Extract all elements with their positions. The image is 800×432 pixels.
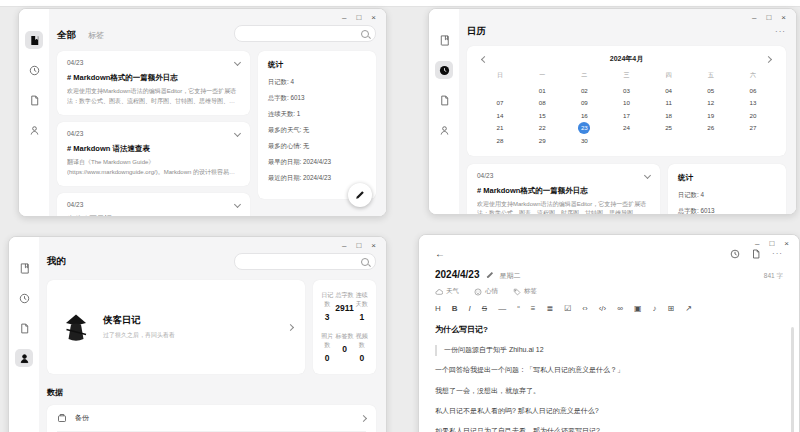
code-block-icon[interactable]: ‹/› [599, 305, 607, 313]
maximize-button[interactable]: □ [769, 240, 774, 248]
menu-item-backup[interactable]: 备份 [57, 405, 366, 432]
calendar-day[interactable]: 07 [479, 97, 521, 110]
diary-entry-card[interactable]: 04/23 # Markdown 语法速查表 翻译自《The Markdown … [57, 122, 250, 186]
sidebar-item-profile[interactable] [435, 121, 453, 139]
inline-code-icon[interactable]: ‹› [582, 305, 587, 313]
sidebar-item-notes[interactable] [15, 319, 33, 337]
close-button[interactable]: × [371, 242, 376, 250]
tab-tags[interactable]: 标签 [88, 30, 104, 41]
maximize-button[interactable]: □ [356, 14, 361, 22]
table-icon[interactable]: ⊞ [668, 305, 675, 313]
history-icon[interactable] [730, 249, 740, 259]
calendar-day[interactable]: 04 [648, 84, 690, 97]
calendar-day[interactable]: 03 [605, 84, 647, 97]
strikethrough-icon[interactable]: S [482, 305, 487, 313]
preview-icon[interactable] [751, 249, 761, 259]
search-input[interactable] [234, 253, 376, 270]
calendar-day[interactable]: 16 [563, 109, 605, 122]
diary-entry-card[interactable]: 04/23 为什么写日记? 一份问题源自于知乎 Zhihu.ai 32 一个回答… [57, 193, 250, 217]
sidebar-item-notes[interactable] [435, 91, 453, 109]
calendar-day[interactable]: 02 [563, 84, 605, 97]
minimize-button[interactable]: – [752, 14, 756, 22]
horizontal-rule-icon[interactable]: — [498, 305, 506, 313]
italic-icon[interactable]: I [469, 305, 471, 313]
calendar-day[interactable]: 27 [732, 122, 774, 135]
calendar-day[interactable] [648, 134, 690, 147]
calendar-day[interactable]: 29 [521, 134, 563, 147]
sidebar-item-diary[interactable] [25, 31, 43, 49]
calendar-day[interactable]: 18 [648, 109, 690, 122]
sidebar-item-calendar[interactable] [15, 289, 33, 307]
link-icon[interactable]: ∞ [617, 305, 623, 313]
minimize-button[interactable]: – [755, 240, 759, 248]
sidebar-item-notes[interactable] [25, 91, 43, 109]
close-button[interactable]: × [781, 14, 786, 22]
close-button[interactable]: × [371, 14, 376, 22]
calendar-day[interactable]: 13 [732, 97, 774, 110]
next-month-button[interactable] [763, 55, 774, 64]
editor-content[interactable]: 为什么写日记? 一份问题源自于知乎 Zhihu.ai 12 一个回答给我提出一个… [435, 324, 783, 432]
ordered-list-icon[interactable]: ≣ [546, 305, 553, 313]
checklist-icon[interactable]: ☑ [564, 305, 571, 313]
bold-icon[interactable]: B [452, 305, 458, 313]
calendar-day[interactable]: 11 [648, 97, 690, 110]
calendar-day[interactable]: 05 [690, 84, 732, 97]
bullet-list-icon[interactable]: ≡ [531, 305, 536, 313]
chevron-right-icon[interactable] [287, 323, 294, 330]
close-button[interactable]: × [784, 240, 789, 248]
diary-entry-card[interactable]: 04/23 # Markdown格式的一篇额外日志 欢迎使用支持Markdown… [467, 164, 660, 216]
calendar-day[interactable]: 19 [690, 109, 732, 122]
quote-icon[interactable]: “ [517, 305, 520, 313]
calendar-day[interactable]: 24 [605, 122, 647, 135]
chevron-down-icon[interactable] [644, 171, 651, 178]
chevron-down-icon[interactable] [234, 201, 241, 208]
scrollbar[interactable] [791, 327, 794, 432]
sidebar-item-profile[interactable] [15, 349, 33, 367]
image-icon[interactable]: ▣ [634, 305, 642, 313]
back-button[interactable]: ← [435, 248, 445, 259]
sidebar-item-calendar[interactable] [25, 61, 43, 79]
calendar-day[interactable]: 17 [605, 109, 647, 122]
edit-date-icon[interactable] [486, 271, 494, 279]
calendar-day[interactable]: 15 [521, 109, 563, 122]
sidebar-item-diary[interactable] [15, 259, 33, 277]
compose-button[interactable] [348, 183, 372, 207]
calendar-day[interactable]: 22 [521, 122, 563, 135]
tab-all[interactable]: 全部 [57, 29, 76, 42]
mood-chip[interactable]: 心情 [474, 287, 498, 296]
minimize-button[interactable]: – [342, 14, 346, 22]
calendar-day[interactable]: 14 [479, 109, 521, 122]
calendar-day[interactable] [479, 84, 521, 97]
chevron-down-icon[interactable] [234, 59, 241, 66]
calendar-day[interactable]: 10 [605, 97, 647, 110]
search-input[interactable] [234, 25, 376, 42]
sidebar-item-profile[interactable] [25, 121, 43, 139]
calendar-day[interactable] [605, 134, 647, 147]
prev-month-button[interactable] [479, 55, 490, 64]
profile-card[interactable]: 侠客日记 过了很久之后，再回头看看 [47, 280, 305, 374]
calendar-day[interactable] [690, 134, 732, 147]
maximize-button[interactable]: □ [766, 14, 771, 22]
maximize-button[interactable]: □ [356, 242, 361, 250]
heading-icon[interactable]: H [435, 305, 441, 313]
sidebar-item-diary[interactable] [435, 31, 453, 49]
audio-icon[interactable]: ♪ [653, 305, 657, 313]
more-button[interactable]: ··· [775, 27, 786, 36]
chevron-down-icon[interactable] [234, 130, 241, 137]
fullscreen-icon[interactable]: ↗ [685, 305, 692, 313]
calendar-day[interactable] [732, 134, 774, 147]
calendar-day[interactable]: 21 [479, 122, 521, 135]
diary-entry-card[interactable]: 04/23 # Markdown格式的一篇额外日志 欢迎使用支持Markdown… [57, 51, 250, 115]
calendar-day[interactable]: 20 [732, 109, 774, 122]
calendar-day[interactable]: 23 [563, 122, 605, 135]
calendar-day[interactable]: 09 [563, 97, 605, 110]
calendar-day[interactable]: 08 [521, 97, 563, 110]
weather-chip[interactable]: 天气 [435, 287, 459, 296]
calendar-day[interactable]: 26 [690, 122, 732, 135]
calendar-day[interactable]: 06 [732, 84, 774, 97]
calendar-day[interactable]: 01 [521, 84, 563, 97]
sidebar-item-calendar[interactable] [435, 61, 453, 79]
more-button[interactable]: ··· [772, 249, 783, 258]
minimize-button[interactable]: – [342, 242, 346, 250]
calendar-day[interactable]: 30 [563, 134, 605, 147]
